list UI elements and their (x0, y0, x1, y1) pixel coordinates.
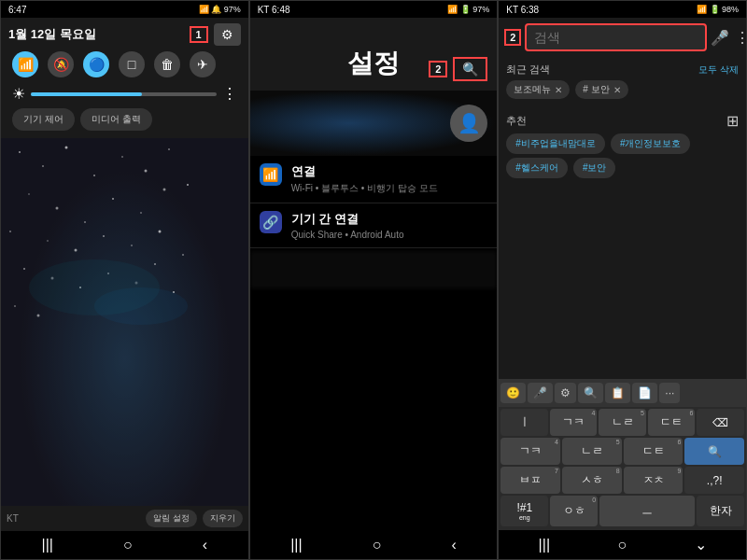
kb-search-key[interactable]: 🔍 (684, 438, 744, 465)
suggest-tags-row2: #헬스케어 #보안 (506, 158, 739, 178)
kb-hanja[interactable]: 한자 (697, 496, 744, 526)
kb-mic-btn[interactable]: 🎤 (528, 383, 553, 403)
nav-recent-2[interactable]: ||| (290, 537, 302, 553)
kb-key-jch[interactable]: ㅈㅊ9 (624, 467, 684, 494)
wifi-icon: 📶 (260, 163, 282, 186)
dismiss-btn[interactable]: 지우기 (203, 510, 243, 527)
kb-key-dt2[interactable]: ㄷㅌ6 (624, 438, 684, 465)
kb-key-pipe[interactable]: ㅣ (500, 409, 548, 436)
kb-key-nl2[interactable]: ㄴㄹ5 (562, 438, 622, 465)
tag-1[interactable]: 보조메뉴 ✕ (506, 80, 570, 99)
kb-row-1: ㅣ ㄱㅋ4 ㄴㄹ5 ㄷㅌ6 ⌫ (500, 409, 744, 436)
media-output-btn[interactable]: 미디어 출력 (80, 108, 152, 131)
kb-copy-btn[interactable]: 📄 (632, 383, 657, 403)
svg-point-22 (23, 268, 25, 270)
sound-toggle[interactable]: 🔕 (48, 51, 74, 77)
svg-point-15 (9, 231, 11, 232)
svg-point-5 (121, 156, 123, 158)
time-3: KT 6:38 (506, 5, 539, 15)
notification-header: 1월 12일 목요일 1 ⚙ 📶 🔕 🔵 □ 🗑 ✈ ☀ ⋮ 기기 제어 미 (1, 18, 248, 138)
settings-item-nearby[interactable]: 🔗 기기 간 연결 Quick Share • Android Auto (250, 203, 498, 248)
svg-point-14 (163, 189, 166, 191)
profile-avatar[interactable]: 👤 (450, 105, 487, 142)
kb-backspace[interactable]: ⌫ (697, 409, 744, 436)
kb-space[interactable]: ㅡ (599, 496, 695, 526)
nfc-toggle[interactable]: □ (119, 51, 145, 77)
brightness-row: ☀ ⋮ (8, 83, 241, 105)
settings-button[interactable]: ⚙ (214, 23, 241, 46)
kb-key-oh[interactable]: ㅇㅎ0 (550, 496, 598, 526)
suggest-tag-1[interactable]: #비주업을내맘대로 (506, 133, 605, 154)
kb-more-btn[interactable]: ··· (659, 383, 680, 403)
nav-home-3[interactable]: ○ (618, 537, 627, 553)
kb-clipboard-btn[interactable]: 📋 (605, 383, 630, 403)
tag1-remove[interactable]: ✕ (555, 85, 562, 95)
svg-point-18 (103, 235, 105, 237)
nav-home-1[interactable]: ○ (123, 537, 133, 553)
wallpaper-area (1, 138, 248, 506)
svg-point-2 (42, 165, 44, 167)
kb-emoji-btn[interactable]: 🙂 (500, 383, 526, 403)
nav-back-2[interactable]: ‹ (451, 537, 456, 553)
device-control-btn[interactable]: 기기 제어 (12, 108, 75, 131)
mic-icon[interactable]: 🎤 (711, 29, 729, 47)
brightness-bar[interactable] (31, 92, 217, 96)
kb-rows: ㅣ ㄱㅋ4 ㄴㄹ5 ㄷㅌ6 ⌫ ㄱㅋ4 ㄴㄹ5 ㄷㅌ6 🔍 ㅂㅍ7 ㅅㅎ8 ㅈㅊ… (499, 407, 746, 530)
nav-bar-1: ||| ○ ‹ (1, 531, 248, 559)
suggest-tag-4[interactable]: #보안 (573, 158, 616, 178)
search-input[interactable] (525, 23, 707, 51)
suggest-section: 추천 ⊞ #비주업을내맘대로 #개인정보보호 #헬스케어 #보안 (499, 108, 746, 186)
status-icons-3: 📶 🔋 98% (697, 5, 739, 14)
kb-key-gk2[interactable]: ㄱㅋ4 (500, 438, 560, 465)
kb-key-gk[interactable]: ㄱㅋ4 (550, 409, 598, 436)
kb-row-2: ㄱㅋ4 ㄴㄹ5 ㄷㅌ6 🔍 (500, 438, 744, 465)
kb-key-sh[interactable]: ㅅㅎ8 (562, 467, 622, 494)
wifi-item-sub: Wi-Fi • 블루투스 • 비행기 탑승 모드 (291, 182, 488, 195)
nav-recent-1[interactable]: ||| (42, 537, 53, 553)
nav-back-1[interactable]: ‹ (203, 537, 207, 553)
kb-settings-btn[interactable]: ⚙ (555, 383, 576, 403)
svg-point-11 (84, 221, 86, 223)
svg-point-9 (28, 193, 30, 195)
kb-row-3: ㅂㅍ7 ㅅㅎ8 ㅈㅊ9 .,?! (500, 467, 744, 494)
kb-key-bp[interactable]: ㅂㅍ7 (500, 467, 560, 494)
brightness-fill (31, 92, 142, 96)
search-input-area: 2 🎤 ⋮ (499, 18, 746, 57)
svg-point-4 (93, 175, 95, 176)
nav-home-2[interactable]: ○ (373, 537, 382, 553)
suggest-tag-2[interactable]: #개인정보보호 (611, 133, 691, 154)
airplane-toggle[interactable]: ✈ (190, 51, 216, 77)
suggest-tag-3[interactable]: #헬스케어 (506, 158, 568, 178)
tag2-label: # 보안 (583, 83, 609, 96)
kb-search-btn[interactable]: 🔍 (578, 383, 603, 403)
suggest-title: 추천 (506, 114, 527, 128)
suggest-tags-row1: #비주업을내맘대로 #개인정보보호 (506, 133, 739, 154)
step2-badge-phone2: 2 (429, 61, 447, 77)
status-icons-1: 📶 🔔 97% (199, 5, 241, 14)
date-row: 1월 12일 목요일 1 ⚙ (8, 23, 241, 46)
kb-key-punct[interactable]: .,?! (684, 467, 744, 494)
status-bar-1: 6:47 📶 🔔 97% (1, 1, 248, 18)
recent-title: 최근 검색 (506, 63, 550, 77)
keyboard: 🙂 🎤 ⚙ 🔍 📋 📄 ··· ㅣ ㄱㅋ4 ㄴㄹ5 ㄷㅌ6 ⌫ ㄱㅋ4 ㄴㄹ5 … (499, 379, 746, 530)
svg-point-7 (168, 148, 170, 150)
settings-search-btn[interactable]: 🔍 (453, 57, 487, 81)
svg-point-10 (56, 207, 59, 210)
control-buttons: 기기 제어 미디어 출력 (8, 105, 241, 134)
more-icon-3[interactable]: ⋮ (735, 29, 747, 47)
kb-key-dt[interactable]: ㄷㅌ6 (648, 409, 696, 436)
settings-item-wifi[interactable]: 📶 연결 Wi-Fi • 블루투스 • 비행기 탑승 모드 (250, 156, 498, 203)
kb-key-nl[interactable]: ㄴㄹ5 (599, 409, 646, 436)
alarm-settings-btn[interactable]: 알림 설정 (146, 510, 197, 527)
nav-recent-3[interactable]: ||| (539, 537, 550, 553)
delete-toggle[interactable]: 🗑 (154, 51, 180, 77)
wifi-toggle[interactable]: 📶 (12, 51, 38, 77)
settings-list: 📶 연결 Wi-Fi • 블루투스 • 비행기 탑승 모드 🔗 기기 간 연결 … (250, 156, 498, 531)
tag2-remove[interactable]: ✕ (613, 85, 621, 95)
more-icon[interactable]: ⋮ (222, 85, 237, 103)
bluetooth-toggle[interactable]: 🔵 (83, 51, 109, 77)
delete-all-btn[interactable]: 모두 삭제 (698, 63, 739, 77)
nav-back-3[interactable]: ⌄ (695, 536, 707, 553)
kb-num-btn[interactable]: !#1eng (500, 496, 548, 526)
tag-2[interactable]: # 보안 ✕ (575, 80, 627, 99)
